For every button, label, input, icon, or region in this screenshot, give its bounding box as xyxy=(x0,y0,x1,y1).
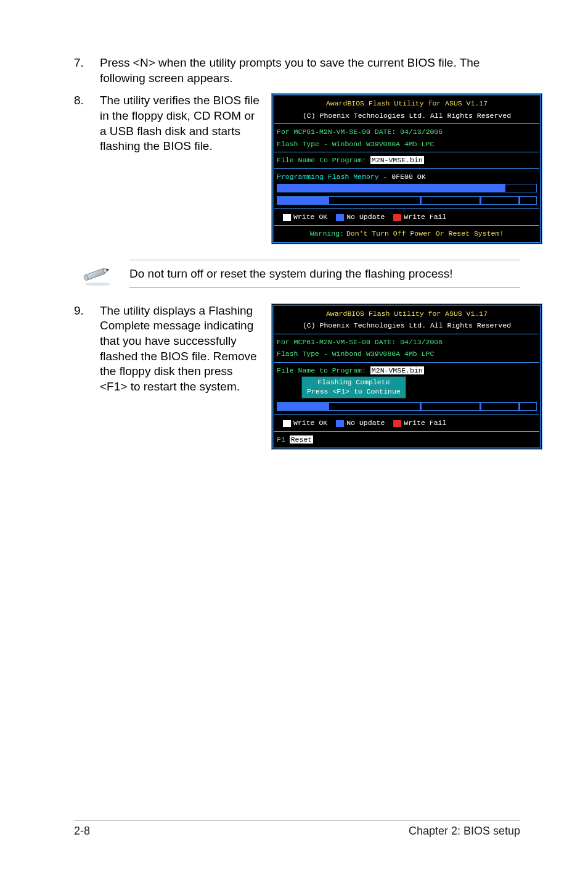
bios-terminal-complete: AwardBIOS Flash Utility for ASUS V1.17 (… xyxy=(271,303,542,450)
step-text: The utility verifies the BIOS file in th… xyxy=(100,93,260,154)
file-label: File Name to Program: xyxy=(277,366,370,374)
term-legend: Write OK No Update Write Fail xyxy=(277,417,537,429)
term-progress-bottom xyxy=(277,196,537,205)
term-legend: Write OK No Update Write Fail xyxy=(277,211,537,223)
svg-rect-0 xyxy=(86,268,105,279)
note-text: Do not turn off or reset the system duri… xyxy=(129,267,520,281)
press-f1-text: Press <F1> to Continue xyxy=(307,387,401,397)
swatch-write-fail-icon xyxy=(393,214,401,221)
term-prog-line: Programming Flash Memory - 0FE00 OK xyxy=(277,171,537,183)
term-copyright: (C) Phoenix Technologies Ltd. All Rights… xyxy=(277,110,537,122)
file-label: File Name to Program: xyxy=(277,156,370,164)
term-title: AwardBIOS Flash Utility for ASUS V1.17 xyxy=(277,97,537,110)
legend-write-ok: Write OK xyxy=(293,213,327,221)
file-name: M2N-VMSE.bin xyxy=(370,366,424,374)
term-reset-line: F1 Reset xyxy=(277,434,537,446)
swatch-no-update-icon xyxy=(336,420,344,427)
prog-value: 0FE00 OK xyxy=(391,173,425,181)
step-number: 7. xyxy=(74,56,100,86)
prog-label: Programming Flash Memory - xyxy=(277,173,391,181)
page-number: 2-8 xyxy=(74,825,90,838)
step-8: 8. The utility verifies the BIOS file in… xyxy=(74,93,520,244)
bios-terminal-programming: AwardBIOS Flash Utility for ASUS V1.17 (… xyxy=(271,93,542,244)
chapter-label: Chapter 2: BIOS setup xyxy=(409,825,520,838)
swatch-write-ok-icon xyxy=(283,214,291,221)
term-flash-type: Flash Type - Winbond W39V080A 4Mb LPC xyxy=(277,138,537,151)
step-text: Press <N> when the utility prompts you t… xyxy=(100,56,520,86)
legend-write-fail: Write Fail xyxy=(404,419,446,427)
pencil-icon xyxy=(78,258,118,290)
step-body: The utility verifies the BIOS file in th… xyxy=(100,93,542,244)
legend-write-ok: Write OK xyxy=(293,419,327,427)
term-for-line: For MCP61-M2N-VM-SE-00 DATE: 04/13/2006 xyxy=(277,126,537,138)
term-for-line: For MCP61-M2N-VM-SE-00 DATE: 04/13/2006 xyxy=(277,336,537,349)
flashing-complete-box: Flashing Complete Press <F1> to Continue xyxy=(301,376,406,398)
term-copyright: (C) Phoenix Technologies Ltd. All Rights… xyxy=(277,320,537,332)
reset-label: Reset xyxy=(290,435,314,444)
term-title: AwardBIOS Flash Utility for ASUS V1.17 xyxy=(277,308,537,320)
flash-complete-text: Flashing Complete xyxy=(307,378,401,387)
step-number: 8. xyxy=(74,93,100,244)
page-footer: 2-8 Chapter 2: BIOS setup xyxy=(74,820,520,838)
term-file-line: File Name to Program: M2N-VMSE.bin xyxy=(277,365,537,377)
svg-point-4 xyxy=(85,283,111,286)
file-name: M2N-VMSE.bin xyxy=(370,156,424,164)
legend-no-update: No Update xyxy=(346,213,385,221)
step-number: 9. xyxy=(74,303,100,450)
f1-label: F1 xyxy=(277,435,290,444)
term-warning: Warning:Don't Turn Off Power Or Reset Sy… xyxy=(277,228,537,240)
step-text: The utility displays a Flashing Complete… xyxy=(100,303,260,395)
swatch-write-ok-icon xyxy=(283,420,291,427)
step-9: 9. The utility displays a Flashing Compl… xyxy=(74,303,520,450)
term-progress xyxy=(277,402,537,411)
legend-no-update: No Update xyxy=(346,419,385,427)
swatch-write-fail-icon xyxy=(393,420,401,427)
term-progress-top xyxy=(277,184,537,192)
legend-write-fail: Write Fail xyxy=(404,213,446,221)
term-file-line: File Name to Program: M2N-VMSE.bin xyxy=(277,154,537,167)
step-7: 7. Press <N> when the utility prompts yo… xyxy=(74,56,520,86)
term-flash-type: Flash Type - Winbond W39V080A 4Mb LPC xyxy=(277,348,537,360)
step-body: The utility displays a Flashing Complete… xyxy=(100,303,542,450)
warning-note: Do not turn off or reset the system duri… xyxy=(74,258,520,290)
swatch-no-update-icon xyxy=(336,214,344,221)
